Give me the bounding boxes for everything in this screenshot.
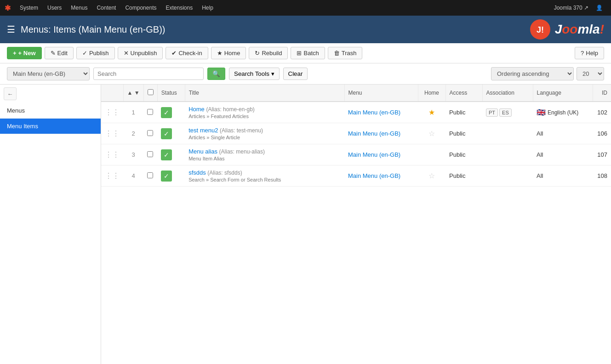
nav-help[interactable]: Help: [198, 0, 217, 16]
col-header-check[interactable]: [143, 85, 157, 102]
back-button[interactable]: ←: [4, 87, 17, 100]
col-header-menu[interactable]: Menu: [344, 85, 418, 102]
item-id: 106: [597, 130, 607, 137]
language-display: 🇬🇧 English (UK): [537, 108, 578, 117]
nav-extensions[interactable]: Extensions: [162, 0, 196, 16]
nav-menus[interactable]: Menus: [67, 0, 91, 16]
item-title-link[interactable]: sfsdds (Alias: sfsdds): [188, 169, 242, 176]
filter-bar-right: Ordering ascending Ordering descending T…: [491, 67, 604, 80]
col-header-sort[interactable]: ▲ ▼: [123, 85, 143, 102]
perpage-select[interactable]: 5 10 15 20 25 50: [577, 67, 604, 80]
home-button[interactable]: ★ Home: [211, 47, 246, 59]
col-header-title[interactable]: Title: [185, 85, 344, 102]
drag-handle[interactable]: ⋮⋮: [105, 108, 120, 116]
row-checkbox[interactable]: [147, 172, 153, 178]
item-menu: Main Menu (en-GB): [348, 109, 400, 116]
drag-handle[interactable]: ⋮⋮: [105, 130, 120, 137]
joomla-star-logo: ✱: [5, 4, 11, 12]
language-display: All: [537, 151, 543, 158]
col-header-language[interactable]: Language: [533, 85, 593, 102]
menu-filter-select[interactable]: Main Menu (en-GB): [7, 67, 90, 80]
item-menu: Main Menu (en-GB): [348, 172, 400, 179]
clear-label: Clear: [288, 70, 303, 77]
item-access: Public: [449, 172, 465, 179]
row-checkbox[interactable]: [147, 130, 153, 136]
assoc-badges: PTES: [486, 108, 529, 117]
language-col-label: Language: [537, 90, 561, 96]
status-indicator[interactable]: ✓: [161, 128, 172, 139]
assoc-badge[interactable]: ES: [499, 108, 512, 117]
plus-icon: +: [13, 50, 17, 57]
status-indicator[interactable]: ✓: [161, 107, 172, 118]
edit-icon: ✎: [51, 50, 56, 57]
edit-button[interactable]: ✎ Edit: [45, 47, 74, 59]
col-header-association[interactable]: Association: [482, 85, 533, 102]
col-header-id[interactable]: ID: [593, 85, 611, 102]
col-header-home: Home: [418, 85, 445, 102]
item-title-link[interactable]: Menu alias (Alias: menu-alias): [188, 148, 265, 155]
home-star[interactable]: ☆: [428, 130, 435, 137]
row-checkbox[interactable]: [147, 151, 153, 157]
home-star[interactable]: ☆: [428, 172, 435, 180]
item-subtitle: Articles » Single Article: [188, 135, 341, 140]
header-bar: ☰ Menus: Items (Main Menu (en-GB)) J! Jo…: [0, 16, 611, 43]
table-body: ⋮⋮1✓ Home (Alias: home-en-gb) Articles »…: [101, 102, 611, 187]
trash-label: Trash: [342, 50, 357, 57]
toolbar: + + New ✎ Edit ✓ Publish ✕ Unpublish ✔ C…: [0, 43, 611, 63]
order-select[interactable]: Ordering ascending Ordering descending T…: [491, 67, 574, 80]
status-indicator[interactable]: ✓: [161, 149, 172, 160]
new-button[interactable]: + + New: [7, 47, 42, 59]
item-title-link[interactable]: Home (Alias: home-en-gb): [188, 106, 255, 113]
version-info: Joomla 370 ↗: [554, 5, 588, 11]
page-title: Menus: Items (Main Menu (en-GB)): [21, 24, 529, 35]
trash-button[interactable]: 🗑 Trash: [328, 47, 363, 59]
nav-users[interactable]: Users: [44, 0, 65, 16]
select-all-checkbox[interactable]: [148, 89, 154, 95]
sort-order: 1: [131, 109, 135, 116]
col-header-access[interactable]: Access: [445, 85, 482, 102]
clear-button[interactable]: Clear: [283, 68, 308, 80]
home-label: Home: [224, 50, 240, 57]
rebuild-button[interactable]: ↻ Rebuild: [249, 47, 288, 59]
unpublish-button[interactable]: ✕ Unpublish: [118, 47, 163, 59]
drag-handle[interactable]: ⋮⋮: [105, 151, 120, 159]
publish-icon: ✓: [82, 50, 87, 57]
sidebar-item-menus[interactable]: Menus: [0, 103, 101, 119]
home-icon: ★: [217, 50, 223, 57]
sidebar-item-menu-items[interactable]: Menu Items: [0, 119, 101, 134]
drag-handle[interactable]: ⋮⋮: [105, 172, 120, 180]
item-id: 107: [597, 151, 607, 158]
publish-button[interactable]: ✓ Publish: [76, 47, 115, 59]
association-col-label: Association: [486, 90, 514, 96]
batch-button[interactable]: ⊞ Batch: [291, 47, 325, 59]
toolbar-right: ? Help: [575, 47, 604, 59]
table-row: ⋮⋮1✓ Home (Alias: home-en-gb) Articles »…: [101, 102, 611, 123]
joomla-brand-icon: J!: [529, 18, 551, 40]
batch-label: Batch: [303, 50, 319, 57]
search-button[interactable]: 🔍: [207, 68, 225, 80]
new-button-label: + New: [18, 50, 36, 57]
col-header-status[interactable]: Status: [157, 85, 185, 102]
help-label: Help: [586, 50, 598, 57]
help-button[interactable]: ? Help: [575, 47, 604, 59]
home-star-active[interactable]: ★: [428, 108, 435, 116]
nav-content[interactable]: Content: [93, 0, 120, 16]
checkin-button[interactable]: ✔ Check-in: [166, 47, 208, 59]
joomla-brand: J! Joomla!: [529, 18, 604, 40]
nav-system[interactable]: System: [16, 0, 42, 16]
sort-order: 2: [131, 130, 135, 137]
search-tools-button[interactable]: Search Tools ▾: [229, 68, 280, 80]
row-checkbox[interactable]: [147, 109, 153, 115]
nav-components[interactable]: Components: [121, 0, 160, 16]
help-icon: ?: [581, 50, 584, 57]
assoc-badge[interactable]: PT: [486, 108, 498, 117]
item-access: Public: [449, 151, 465, 158]
search-input[interactable]: [93, 68, 204, 80]
checkin-label: Check-in: [178, 50, 202, 57]
status-indicator[interactable]: ✓: [161, 171, 172, 182]
user-menu[interactable]: 👤: [592, 0, 606, 16]
hamburger-menu[interactable]: ☰: [7, 24, 15, 35]
access-col-label: Access: [450, 90, 468, 96]
home-col-label: Home: [424, 90, 439, 96]
item-title-link[interactable]: test menu2 (Alias: test-menu): [188, 127, 263, 134]
